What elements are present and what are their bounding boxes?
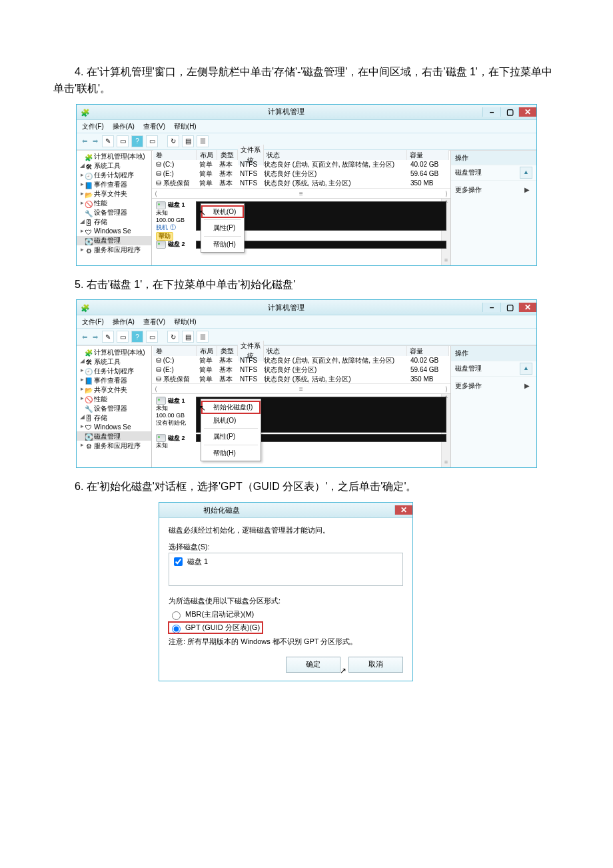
cancel-button[interactable]: 取消 <box>348 657 403 672</box>
actions-more[interactable]: 更多操作 <box>455 185 482 195</box>
radio-input[interactable] <box>172 625 181 633</box>
back-icon[interactable]: ⬅ <box>81 136 89 147</box>
toolbar-icon[interactable]: ✎ <box>102 331 114 343</box>
nav-diskmgmt[interactable]: 磁盘管理 <box>94 236 121 245</box>
nav-shared[interactable]: 共享文件夹 <box>94 385 127 394</box>
help-icon[interactable]: ? <box>131 135 143 147</box>
h-scrollbar[interactable]: ⟨≡⟩ <box>152 383 450 393</box>
nav-devmgr[interactable]: 设备管理器 <box>94 208 127 217</box>
ctx-offline[interactable]: 脱机(O) <box>201 414 261 427</box>
toolbar-icon[interactable]: ↻ <box>167 135 179 147</box>
close-button[interactable]: ✕ <box>518 303 536 312</box>
toolbar-icon[interactable]: ☰ <box>197 135 209 147</box>
toolbar-icon[interactable]: ▭ <box>117 331 129 343</box>
nav-sys[interactable]: 系统工具 <box>94 357 121 366</box>
ctx-help[interactable]: 帮助(H) <box>201 238 244 251</box>
ctx-init[interactable]: 初始化磁盘(I) <box>201 401 261 414</box>
table-row[interactable]: ⛁ 系统保留 简单 基本 NTFS 状态良好 (系统, 活动, 主分区) 350… <box>152 374 450 383</box>
toolbar-icon[interactable]: ↻ <box>167 331 179 343</box>
close-button[interactable]: ✕ <box>518 107 536 117</box>
toolbar-icon[interactable]: ✎ <box>102 135 114 147</box>
mbr-radio[interactable]: MBR(主启动记录)(M) <box>169 609 403 620</box>
toolbar-icon[interactable]: ▭ <box>146 135 158 147</box>
table-row[interactable]: ⛁ (E:) 简单 基本 NTFS 状态良好 (主分区) 59.64 GB <box>152 169 450 179</box>
toolbar-icon[interactable]: ☰ <box>197 331 209 343</box>
menu-view[interactable]: 查看(V) <box>143 123 165 130</box>
table-row[interactable]: ⛁ (C:) 简单 基本 NTFS 状态良好 (启动, 页面文件, 故障转储, … <box>152 355 450 365</box>
nav-task[interactable]: 任务计划程序 <box>94 171 134 180</box>
close-button[interactable]: ✕ <box>394 505 412 515</box>
nav-services[interactable]: 服务和应用程序 <box>94 441 141 450</box>
back-icon[interactable]: ⬅ <box>81 332 89 343</box>
help-badge[interactable]: 帮助 <box>156 232 173 241</box>
gpt-radio[interactable]: GPT (GUID 分区表)(G) <box>169 622 263 633</box>
actions-diskmgmt[interactable]: 磁盘管理 <box>455 363 482 374</box>
disk-1-pane[interactable]: 磁盘 1 未知 100.00 GB 脱机 ① 帮助 ↖ 联机(O) <box>156 201 446 241</box>
menu-file[interactable]: 文件(F) <box>82 318 104 325</box>
disk-2-pane[interactable]: 磁盘 2 <box>156 241 446 249</box>
disk-list[interactable]: 磁盘 1 <box>169 553 403 586</box>
nav-root[interactable]: 计算机管理(本地) <box>94 347 145 357</box>
disk-1-strip[interactable]: ↖ 联机(O) 属性(P) 帮助(H) <box>196 201 446 231</box>
context-menu[interactable]: ↖ 初始化磁盘(I) 脱机(O) 属性(P) 帮助(H) <box>201 399 261 461</box>
disk-icon <box>156 241 166 249</box>
ctx-online[interactable]: 联机(O) <box>201 205 244 219</box>
minimize-button[interactable]: – <box>482 107 500 117</box>
collapse-icon[interactable]: ▲ <box>520 363 532 375</box>
nav-devmgr[interactable]: 设备管理器 <box>94 403 127 413</box>
nav-root[interactable]: 计算机管理(本地) <box>94 152 145 161</box>
step-4-text: 4. 在'计算机管理'窗口，左侧导航栏中单击'存储'-'磁盘管理'，在中间区域，… <box>53 64 560 97</box>
h-scrollbar[interactable]: ⟨≡⟩ <box>152 188 450 198</box>
disk-1-pane[interactable]: 磁盘 1 未知 100.00 GB 没有初始化 ↖ 初始化磁盘(I) 脱机(O) <box>156 397 446 433</box>
ctx-help[interactable]: 帮助(H) <box>201 447 261 460</box>
disk-1-strip[interactable]: ↖ 初始化磁盘(I) 脱机(O) 属性(P) 帮助(H) <box>196 397 446 433</box>
radio-input[interactable] <box>172 611 181 620</box>
tool-bar: ⬅ ➡ ✎ ▭ ? ▭ ↻ ▤ ☰ <box>77 329 536 345</box>
disk-1-checkbox[interactable]: 磁盘 1 <box>171 555 208 568</box>
nav-services[interactable]: 服务和应用程序 <box>94 245 141 255</box>
help-icon[interactable]: ? <box>131 331 143 343</box>
maximize-button[interactable]: ▢ <box>500 303 518 312</box>
maximize-button[interactable]: ▢ <box>500 107 518 117</box>
menu-file[interactable]: 文件(F) <box>82 123 104 130</box>
toolbar-icon[interactable]: ▭ <box>146 331 158 343</box>
nav-task[interactable]: 任务计划程序 <box>94 366 134 375</box>
menu-action[interactable]: 操作(A) <box>113 318 135 325</box>
table-row[interactable]: ⛁ (E:) 简单 基本 NTFS 状态良好 (主分区) 59.64 GB <box>152 365 450 374</box>
table-row[interactable]: ⛁ 系统保留 简单 基本 NTFS 状态良好 (系统, 活动, 主分区) 350… <box>152 179 450 188</box>
menu-action[interactable]: 操作(A) <box>113 123 135 130</box>
window-title: 计算机管理 <box>90 302 482 313</box>
nav-perf[interactable]: 性能 <box>94 394 107 403</box>
actions-more[interactable]: 更多操作 <box>455 381 482 391</box>
toolbar-icon[interactable]: ▭ <box>117 135 129 147</box>
fwd-icon[interactable]: ➡ <box>91 332 99 343</box>
nav-diskmgmt[interactable]: 磁盘管理 <box>94 431 121 441</box>
disk-2-pane[interactable]: 磁盘 2 未知 <box>156 434 446 449</box>
menu-view[interactable]: 查看(V) <box>143 318 165 325</box>
nav-perf[interactable]: 性能 <box>94 199 107 208</box>
ok-button[interactable]: 确定 <box>286 657 340 672</box>
nav-tree[interactable]: 🧩计算机管理(本地) ◢🛠系统工具 ▸🕘任务计划程序 ▸📘事件查看器 ▸📂共享文… <box>77 151 152 265</box>
nav-sys[interactable]: 系统工具 <box>94 161 121 171</box>
menu-help[interactable]: 帮助(H) <box>174 318 197 325</box>
nav-storage[interactable]: 存储 <box>94 217 107 227</box>
fwd-icon[interactable]: ➡ <box>91 136 99 147</box>
minimize-button[interactable]: – <box>482 303 500 312</box>
nav-tree[interactable]: 🧩计算机管理(本地) ◢🛠系统工具 ▸🕘任务计划程序 ▸📘事件查看器 ▸📂共享文… <box>77 346 152 467</box>
nav-event[interactable]: 事件查看器 <box>94 375 127 385</box>
collapse-icon[interactable]: ▲ <box>520 167 532 179</box>
context-menu[interactable]: ↖ 联机(O) 属性(P) 帮助(H) <box>201 203 245 253</box>
toolbar-icon[interactable]: ▤ <box>182 135 194 147</box>
nav-wsb[interactable]: Windows Se <box>94 227 131 236</box>
nav-shared[interactable]: 共享文件夹 <box>94 189 127 199</box>
table-row[interactable]: ⛁ (C:) 简单 基本 NTFS 状态良好 (启动, 页面文件, 故障转储, … <box>152 160 450 169</box>
nav-event[interactable]: 事件查看器 <box>94 180 127 189</box>
menu-help[interactable]: 帮助(H) <box>174 123 197 130</box>
ctx-props[interactable]: 属性(P) <box>201 430 261 443</box>
nav-storage[interactable]: 存储 <box>94 413 107 422</box>
toolbar-icon[interactable]: ▤ <box>182 331 194 343</box>
checkbox-input[interactable] <box>174 557 183 566</box>
ctx-props[interactable]: 属性(P) <box>201 221 244 235</box>
actions-diskmgmt[interactable]: 磁盘管理 <box>455 167 482 178</box>
nav-wsb[interactable]: Windows Se <box>94 422 131 431</box>
